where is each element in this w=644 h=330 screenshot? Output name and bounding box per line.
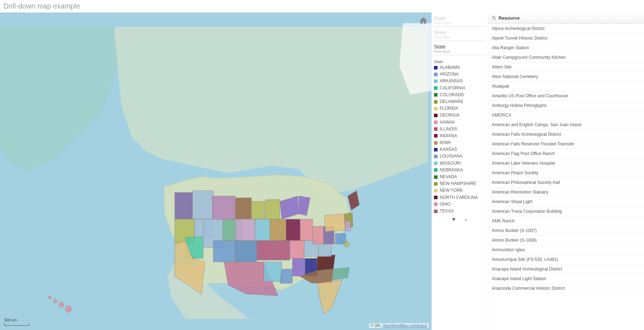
hawaii-islands (48, 296, 72, 312)
list-item[interactable]: Alta Ranger Station (488, 43, 644, 53)
legend-swatch (434, 148, 438, 151)
legend-swatch (434, 93, 438, 97)
list-item[interactable]: Amburgy Hollow Petroglyphs (488, 101, 644, 110)
legend-swatch (434, 210, 438, 213)
legend-swatch (434, 86, 438, 90)
list-item[interactable]: Anaconda Commercial Historic District (488, 284, 644, 293)
legend-swatch (434, 79, 438, 83)
legend-panel: StatePoint layerStatePoint layer State A… (431, 12, 488, 330)
svg-rect-18 (274, 241, 290, 260)
legend-item[interactable]: NEBRASKA (434, 168, 486, 172)
list-item[interactable]: Altair Campground Community Kitchen (488, 53, 644, 62)
legend-swatch (434, 66, 438, 69)
svg-point-31 (48, 296, 51, 299)
legend-item[interactable]: INDIANA (434, 134, 486, 138)
list-item[interactable]: Altern Site (488, 62, 644, 72)
legend-item[interactable]: NEW YORK (434, 188, 486, 193)
list-item[interactable]: Alton National Cemetery (488, 72, 644, 82)
list-item[interactable]: Ammunition Igloo (488, 245, 644, 255)
legend-swatch (434, 120, 438, 124)
list-item[interactable]: American Shoal Light (488, 197, 644, 207)
list-item[interactable]: American Philosophical Society Hall (488, 178, 644, 187)
legend-items: ALABAMAARIZONAARKANSASCALIFORNIACOLORADO… (434, 65, 486, 213)
svg-rect-21 (300, 219, 313, 241)
scale-label: 500 km (4, 318, 17, 322)
legend-title: State (434, 15, 486, 21)
legend-item[interactable]: ARIZONA (434, 72, 486, 77)
legend-swatch (434, 141, 438, 145)
legend-item[interactable]: NEVADA (434, 175, 486, 179)
legend-item[interactable]: ILLINOIS (434, 127, 486, 132)
legend-item[interactable]: KANSAS (434, 147, 486, 152)
legend-swatch (434, 189, 438, 192)
legend-swatch (434, 182, 438, 186)
legend-item[interactable]: ALABAMA (434, 65, 486, 70)
svg-rect-12 (251, 201, 265, 219)
resource-header[interactable]: Resource (488, 12, 644, 24)
svg-rect-25 (313, 226, 323, 244)
legend-item[interactable]: FLORIDA (434, 106, 486, 111)
resource-list[interactable]: Alpina Archeological DistrictAlpine Tunn… (488, 24, 644, 330)
legend-item[interactable]: GEORGIA (434, 113, 486, 118)
legend-swatch (434, 100, 438, 104)
legend-item-label: CALIFORNIA (440, 86, 465, 91)
legend-item-label: ARIZONA (440, 72, 459, 77)
legend-subtitle: Point layer (434, 35, 486, 39)
svg-rect-10 (235, 198, 251, 219)
home-icon[interactable] (419, 16, 428, 25)
svg-rect-14 (257, 241, 274, 260)
legend-group-active: State Area layer (434, 44, 486, 55)
list-item[interactable]: Aluakpak (488, 82, 644, 91)
list-item[interactable]: American Peace Society (488, 168, 644, 178)
list-item[interactable]: American and English Camps, San Juan Isl… (488, 120, 644, 130)
legend-item-label: OHIO (440, 202, 451, 207)
legend-page-down-icon[interactable]: ▼ (451, 216, 456, 222)
list-item[interactable]: American Falls Reservoir Flooded Townsit… (488, 139, 644, 149)
legend-item-label: GEORGIA (440, 113, 460, 118)
legend-item-label: NEBRASKA (440, 168, 463, 172)
legend-item[interactable]: NEW HAMPSHIRE (434, 181, 486, 186)
search-icon (492, 16, 496, 20)
legend-item[interactable]: LOUISIANA (434, 154, 486, 159)
osm-link[interactable]: OpenStreetMap contributors (382, 324, 427, 328)
legend-item[interactable]: IOWA (434, 140, 486, 145)
list-item[interactable]: American Trona Corporation Building (488, 207, 644, 216)
list-item[interactable]: Anacapa Island Light Station (488, 274, 644, 284)
svg-point-32 (53, 299, 57, 303)
legend-group-inactive: StatePoint layer (434, 15, 486, 27)
list-item[interactable]: Ammo Bunker (S-1008) (488, 236, 644, 245)
legend-swatch (434, 155, 438, 158)
svg-rect-19 (286, 219, 300, 241)
list-item[interactable]: Alpine Tunnel Historic District (488, 33, 644, 43)
legend-item-label: DELAWARE (440, 99, 463, 104)
svg-point-30 (344, 241, 349, 247)
list-item[interactable]: American Flag Post Office Ranch (488, 149, 644, 159)
legend-item[interactable]: COLORADO (434, 93, 486, 97)
legend-swatch (434, 161, 438, 165)
legend-item[interactable]: NORTH CAROLINA (434, 195, 486, 200)
list-item[interactable]: Amoxiumqua Site (FS-530, LA481) (488, 255, 644, 264)
list-item[interactable]: American Revolution Statuary (488, 187, 644, 197)
svg-rect-13 (255, 219, 270, 241)
legend-item[interactable]: MISSOURI (434, 161, 486, 166)
resource-panel: Resource Alpina Archeological DistrictAl… (488, 12, 644, 330)
legend-item[interactable]: OHIO (434, 202, 486, 207)
list-item[interactable]: AMK Ranch (488, 216, 644, 226)
legend-swatch (434, 202, 438, 206)
legend-item[interactable]: TEXAS (434, 209, 486, 213)
list-item[interactable]: Anacapa Island Archeological District (488, 264, 644, 274)
list-item[interactable]: Amarillo US Post Office and Courthouse (488, 91, 644, 101)
list-item[interactable]: Alpina Archeological District (488, 24, 644, 33)
map-canvas[interactable]: 500 km © Qlik; OpenStreetMap contributor… (0, 12, 431, 330)
legend-subtitle: Area layer (434, 50, 486, 53)
list-item[interactable]: Ammo Bunker (S-1007) (488, 226, 644, 236)
legend-item[interactable]: ARKANSAS (434, 79, 486, 83)
svg-point-35 (492, 16, 495, 19)
legend-item[interactable]: DELAWARE (434, 99, 486, 104)
list-item[interactable]: American Lake Veterans Hospital (488, 159, 644, 168)
list-item[interactable]: AMERICA (488, 110, 644, 120)
list-item[interactable]: American Falls Archeological District (488, 130, 644, 139)
legend-item[interactable]: CALIFORNIA (434, 86, 486, 91)
legend-item[interactable]: HAWAII (434, 120, 486, 125)
svg-rect-11 (235, 219, 255, 241)
